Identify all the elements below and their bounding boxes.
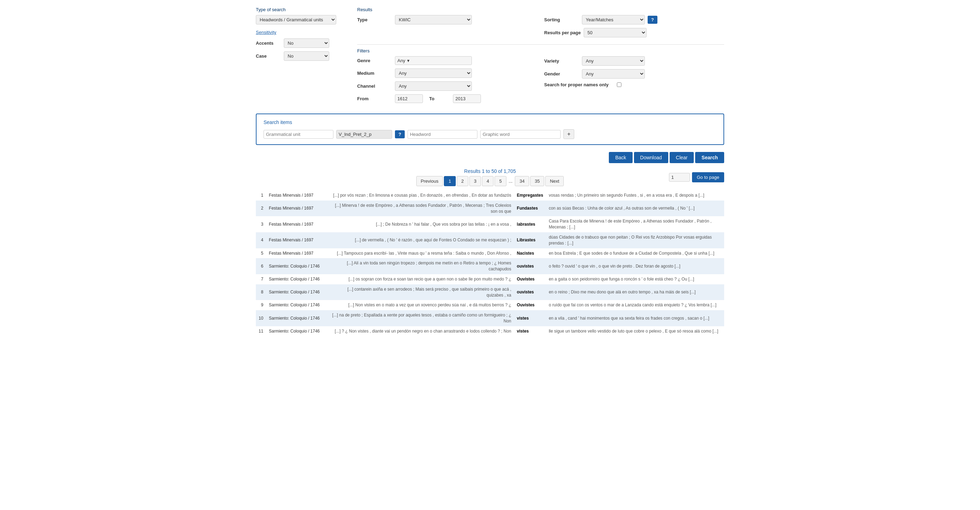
page-2-button[interactable]: 2 xyxy=(457,176,468,186)
row-number: 8 xyxy=(256,284,266,300)
context-after-cell: con as súas Becas : Unha de color azul ,… xyxy=(546,200,724,216)
graphic-word-input[interactable] xyxy=(480,130,561,139)
search-items-help-button[interactable]: ? xyxy=(395,130,405,138)
context-after-cell: lle sigue un tambore vello vestido de lu… xyxy=(546,326,724,337)
context-before-cell: [...] Tampouco para escribí- las , Vinte… xyxy=(329,248,514,259)
keyword-cell: labrastes xyxy=(514,216,546,232)
page-1-button[interactable]: 1 xyxy=(444,176,455,186)
results-table: 1 Festas Minervais / 1697 [...] por vós … xyxy=(256,191,724,337)
row-number: 5 xyxy=(256,248,266,259)
sensitivity-label[interactable]: Sensitivity xyxy=(256,30,347,35)
source-cell: Festas Minervais / 1697 xyxy=(266,191,329,200)
source-cell: Sarmiento: Coloquio / 1746 xyxy=(266,300,329,310)
keyword-cell: Ouvistes xyxy=(514,300,546,310)
page-3-button[interactable]: 3 xyxy=(469,176,481,186)
row-number: 11 xyxy=(256,326,266,337)
v-ind-input[interactable] xyxy=(336,130,392,139)
medium-select[interactable]: Any Written Spoken xyxy=(395,68,472,78)
context-before-cell: [...] Non vistes en o mato a vez que un … xyxy=(329,300,514,310)
results-per-page-select[interactable]: 10 25 50 100 xyxy=(584,28,647,37)
variety-select[interactable]: Any xyxy=(582,56,645,66)
search-button[interactable]: Search xyxy=(695,152,724,163)
table-row: 5 Festas Minervais / 1697 [...] Tampouco… xyxy=(256,248,724,259)
context-before-cell: [...] contarein axiña e sen arrodeos ; M… xyxy=(329,284,514,300)
table-row: 9 Sarmiento: Coloquio / 1746 [...] Non v… xyxy=(256,300,724,310)
context-before-cell: [...] Minerva ! de este Empóreo , a Athe… xyxy=(329,200,514,216)
type-label: Type xyxy=(357,17,392,22)
page-35-button[interactable]: 35 xyxy=(530,176,544,186)
keyword-cell: Librastes xyxy=(514,232,546,248)
context-before-cell: [...] Alí a vin toda sen ningún tropezo … xyxy=(329,258,514,274)
table-row: 11 Sarmiento: Coloquio / 1746 [...] ? ¿ … xyxy=(256,326,724,337)
row-number: 9 xyxy=(256,300,266,310)
table-row: 10 Sarmiento: Coloquio / 1746 [...] na d… xyxy=(256,310,724,326)
keyword-cell: ouvistes xyxy=(514,258,546,274)
source-cell: Sarmiento: Coloquio / 1746 xyxy=(266,258,329,274)
genre-value: Any xyxy=(398,58,405,63)
from-input[interactable] xyxy=(395,94,423,103)
context-after-cell: o ruído que fai con os ventos o mar de a… xyxy=(546,300,724,310)
search-items-box: Search items ? + xyxy=(256,114,724,145)
row-number: 2 xyxy=(256,200,266,216)
grammatical-unit-input[interactable] xyxy=(264,130,333,139)
variety-label: Variety xyxy=(544,58,579,64)
proper-names-checkbox[interactable] xyxy=(617,83,621,87)
proper-names-label: Search for proper names only xyxy=(544,82,614,87)
pagination-area: Results 1 to 50 of 1,705 Previous 1 2 3 … xyxy=(256,168,724,186)
table-row: 4 Festas Minervais / 1697 [...] de verme… xyxy=(256,232,724,248)
page-5-button[interactable]: 5 xyxy=(495,176,506,186)
keyword-cell: vistes xyxy=(514,310,546,326)
keyword-cell: Fundastes xyxy=(514,200,546,216)
keyword-cell: Ouvistes xyxy=(514,274,546,284)
channel-select[interactable]: Any xyxy=(395,81,472,91)
context-before-cell: [...] ; De Nobreza n ' hai falar , Que v… xyxy=(329,216,514,232)
table-row: 3 Festas Minervais / 1697 [...] ; De Nob… xyxy=(256,216,724,232)
add-search-item-button[interactable]: + xyxy=(563,129,574,139)
sorting-label: Sorting xyxy=(544,17,579,22)
keyword-cell: vistes xyxy=(514,326,546,337)
page-34-button[interactable]: 34 xyxy=(515,176,529,186)
clear-button[interactable]: Clear xyxy=(670,152,694,163)
next-page-button[interactable]: Next xyxy=(545,176,564,186)
to-input[interactable] xyxy=(453,94,481,103)
source-cell: Sarmiento: Coloquio / 1746 xyxy=(266,284,329,300)
source-cell: Sarmiento: Coloquio / 1746 xyxy=(266,326,329,337)
action-buttons-area: Back Download Clear Search xyxy=(256,152,724,163)
context-after-cell: dúas Cidades de o trabuco que non peitan… xyxy=(546,232,724,248)
keyword-cell: Nacistes xyxy=(514,248,546,259)
context-before-cell: [...] de vermella , ( No ' é razón , que… xyxy=(329,232,514,248)
gender-select[interactable]: Any Male Female xyxy=(582,69,645,79)
row-number: 1 xyxy=(256,191,266,200)
previous-page-button[interactable]: Previous xyxy=(416,176,443,186)
go-to-page-input[interactable] xyxy=(669,173,690,182)
case-label: Case xyxy=(256,54,280,59)
sorting-select[interactable]: Year/Matches Alphabetical Frequency xyxy=(582,15,645,24)
go-to-page-area: Go to page xyxy=(669,172,724,182)
page-4-button[interactable]: 4 xyxy=(482,176,493,186)
row-number: 7 xyxy=(256,274,266,284)
result-type-select[interactable]: KWIC Sentence Paragraph xyxy=(395,15,472,24)
genre-dropdown[interactable]: Any ▾ xyxy=(395,56,472,65)
sorting-help-button[interactable]: ? xyxy=(648,16,657,24)
source-cell: Sarmiento: Coloquio / 1746 xyxy=(266,274,329,284)
go-to-page-button[interactable]: Go to page xyxy=(692,172,724,182)
accents-select[interactable]: No Yes xyxy=(284,38,329,48)
medium-label: Medium xyxy=(357,71,392,76)
row-number: 4 xyxy=(256,232,266,248)
headword-input[interactable] xyxy=(407,130,477,139)
accents-label: Accents xyxy=(256,41,280,46)
row-number: 3 xyxy=(256,216,266,232)
genre-label: Genre xyxy=(357,58,392,63)
type-of-search-select[interactable]: Headwords / Grammatical units Full text … xyxy=(256,15,336,24)
row-number: 6 xyxy=(256,258,266,274)
results-label: Results xyxy=(357,7,724,12)
context-after-cell: Casa Para Escola de Minerva ! de este Em… xyxy=(546,216,724,232)
table-row: 8 Sarmiento: Coloquio / 1746 [...] conta… xyxy=(256,284,724,300)
row-number: 10 xyxy=(256,310,266,326)
context-after-cell: en o reino ; Dixo me meu dono que alá en… xyxy=(546,284,724,300)
context-before-cell: [...] na de preto ; Espallada a xente po… xyxy=(329,310,514,326)
results-count: Results 1 to 50 of 1,705 xyxy=(373,168,607,174)
download-button[interactable]: Download xyxy=(634,152,668,163)
case-select[interactable]: No Yes xyxy=(284,51,329,61)
back-button[interactable]: Back xyxy=(609,152,632,163)
